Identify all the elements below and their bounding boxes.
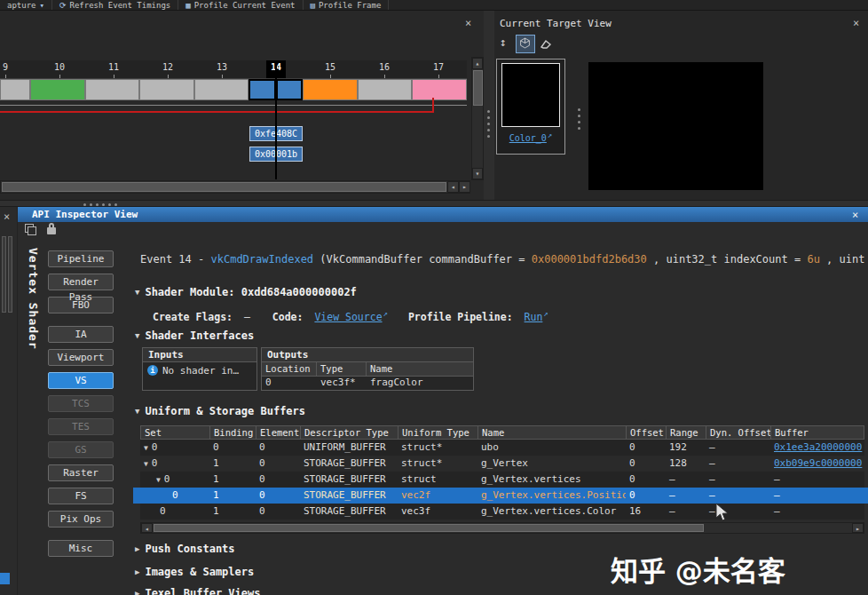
eraser-icon[interactable] <box>539 36 552 53</box>
close-icon[interactable]: × <box>4 211 10 222</box>
toolbar-item-profile-frame[interactable]: ▤ Profile Frame <box>304 0 390 10</box>
copy-icon[interactable] <box>25 224 36 235</box>
uniform-buffer-row[interactable]: ▼0 0 0 UNIFORM_BUFFER struct* ubo 0 192 … <box>140 440 864 456</box>
scroll-up-icon[interactable]: ▴ <box>472 58 483 69</box>
column-header[interactable]: Range <box>667 426 706 439</box>
mouse-cursor <box>715 503 730 522</box>
event-function-link[interactable]: vkCmdDrawIndexed <box>210 253 313 266</box>
uniform-buffer-row[interactable]: 0 1 0 STORAGE_BUFFER vec3f g_Vertex.vert… <box>140 504 864 520</box>
sidebar-button-viewport[interactable]: Viewport <box>48 349 114 366</box>
timeline-block[interactable] <box>358 79 412 100</box>
scroll-right-icon[interactable]: ▸ <box>459 181 470 193</box>
toolbar-item-refresh-event-timings[interactable]: ⟳ Refresh Event Timings <box>52 0 178 10</box>
column-header[interactable]: Set <box>141 426 210 439</box>
ruler-tick: 12 <box>158 60 178 78</box>
ruler-tick: 10 <box>50 60 69 78</box>
timeline-block-selected[interactable] <box>249 79 276 100</box>
column-header[interactable]: Descriptor Type <box>301 426 398 439</box>
section-texel-buffer-views[interactable]: ▶ Texel Buffer Views <box>135 587 260 595</box>
sidebar-button-ia[interactable]: IA <box>48 326 114 343</box>
section-images-samplers[interactable]: ▶ Images & Samplers <box>135 566 254 578</box>
column-header[interactable]: Uniform Type <box>398 426 478 439</box>
uniform-table-header: Set Binding Element Descriptor Type Unif… <box>140 425 864 440</box>
outputs-row[interactable]: 0 vec3f* fragColor <box>261 377 474 391</box>
thumbnail-image <box>501 63 560 127</box>
sidebar-button-gs: GS <box>48 441 114 458</box>
event-summary-line: Event 14 - vkCmdDrawIndexed (VkCommandBu… <box>140 253 864 266</box>
ruler-tick: 13 <box>212 60 232 78</box>
sidebar-button-pix-ops[interactable]: Pix Ops <box>48 511 114 528</box>
color-attachment-link[interactable]: Color_0 <box>509 133 547 143</box>
timeline-ruler[interactable]: 9 10 11 12 13 14 15 16 17 <box>0 60 467 79</box>
expand-icon[interactable]: ▼ <box>144 460 148 468</box>
shader-stage-group-label: Vertex Shader <box>27 248 40 412</box>
expand-icon[interactable]: ▼ <box>144 444 148 452</box>
column-header[interactable]: Buffer <box>771 426 864 439</box>
close-icon[interactable]: × <box>853 18 859 28</box>
dock-indicator[interactable] <box>0 573 10 584</box>
scrollbar-thumb[interactable] <box>2 182 446 192</box>
section-shader-module[interactable]: ▼ Shader Module: 0xdd684a000000002f <box>135 286 357 298</box>
column-header[interactable]: Offset <box>627 426 667 439</box>
sidebar-button-tcs: TCS <box>48 395 114 412</box>
scroll-down-icon[interactable]: ▾ <box>472 168 483 179</box>
expand-icon[interactable]: ▼ <box>156 476 161 484</box>
view-source-link[interactable]: View Source <box>314 311 382 323</box>
timeline-block[interactable] <box>412 79 467 100</box>
section-uniform-storage-buffers[interactable]: ▼ Uniform & Storage Buffers <box>135 405 305 417</box>
buffer-address-link[interactable]: 0xb09e9c0000000 <box>774 457 862 469</box>
collapsed-dock-tab[interactable] <box>8 236 12 313</box>
scroll-right-icon[interactable]: ▸ <box>852 523 864 533</box>
column-header[interactable]: Name <box>478 426 627 439</box>
scroll-left-icon[interactable]: ◂ <box>447 181 459 193</box>
outputs-header: Outputs <box>261 347 474 362</box>
timeline-block[interactable] <box>139 79 194 100</box>
timeline-block[interactable] <box>194 79 249 100</box>
uniform-buffer-row[interactable]: ▼0 1 0 STORAGE_BUFFER struct g_Vertex.ve… <box>140 472 864 488</box>
scrollbar-thumb[interactable] <box>154 524 704 532</box>
current-event-marker[interactable] <box>275 60 277 179</box>
render-target-thumbnail[interactable]: Color_0↗ <box>496 59 565 155</box>
sidebar-button-tes: TES <box>48 418 114 435</box>
sidebar-button-raster[interactable]: Raster <box>48 464 114 481</box>
create-flags-label: Create Flags: <box>153 311 233 323</box>
toolbar-item-profile-current-event[interactable]: ▦ Profile Current Event <box>178 0 303 10</box>
timeline-track <box>0 79 467 100</box>
expand-icon: ▼ <box>135 288 139 297</box>
sidebar-button-render-pass[interactable]: Render Pass <box>48 274 114 290</box>
toolbar-item-capture[interactable]: apture ▾ <box>0 0 52 10</box>
scrollbar-thumb[interactable] <box>473 70 483 106</box>
horizontal-splitter[interactable] <box>0 200 868 207</box>
timeline-block[interactable] <box>303 79 358 100</box>
timeline-block[interactable] <box>0 79 30 100</box>
cube-3d-icon[interactable] <box>516 35 535 53</box>
sidebar-button-vs[interactable]: VS <box>48 372 114 389</box>
column-header[interactable]: Element <box>256 426 301 439</box>
vertical-splitter[interactable] <box>484 11 494 200</box>
section-shader-interfaces[interactable]: ▼ Shader Interfaces <box>135 329 254 342</box>
column-header[interactable]: Binding <box>210 426 256 439</box>
uniform-buffer-row[interactable]: ▼0 1 0 STORAGE_BUFFER struct* g_Vertex 0… <box>140 456 864 472</box>
sidebar-button-misc[interactable]: Misc <box>48 540 114 557</box>
timeline-block[interactable] <box>85 79 139 100</box>
lock-icon[interactable] <box>46 223 59 235</box>
ruler-tick: 9 <box>0 60 12 78</box>
close-icon[interactable]: × <box>465 18 471 28</box>
section-push-constants[interactable]: ▶ Push Constants <box>135 543 235 555</box>
target-splitter[interactable] <box>576 107 582 131</box>
run-link[interactable]: Run <box>525 311 543 323</box>
sidebar-button-fs[interactable]: FS <box>48 488 114 504</box>
timeline-block-selected[interactable] <box>276 79 303 100</box>
buffer-address-link[interactable]: 0x1ee3a20000000 <box>774 441 862 453</box>
column-header[interactable]: Dyn. Offset <box>706 426 771 439</box>
uniform-buffer-row-selected[interactable]: 0 1 0 STORAGE_BUFFER vec2f g_Vertex.vert… <box>140 488 864 504</box>
sidebar-button-pipeline[interactable]: Pipeline <box>48 250 114 267</box>
flip-vertical-icon[interactable]: ↕ <box>500 36 507 49</box>
close-icon[interactable]: × <box>852 210 858 220</box>
timeline-block[interactable] <box>30 79 85 100</box>
collapse-icon: ▶ <box>135 589 139 595</box>
collapsed-dock-tab[interactable] <box>2 236 6 313</box>
scroll-left-icon[interactable]: ◂ <box>141 523 153 533</box>
sidebar-button-fbo[interactable]: FBO <box>48 297 114 313</box>
external-link-icon: ↗ <box>548 131 552 139</box>
